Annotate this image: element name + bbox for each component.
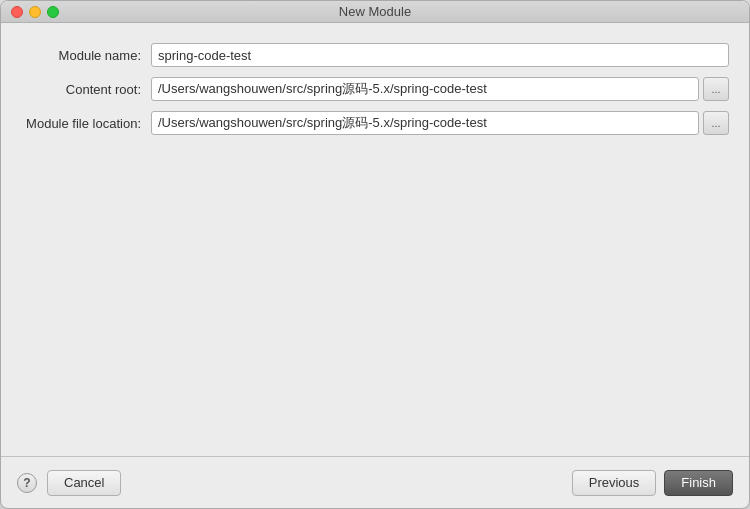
content-root-label: Content root:: [21, 82, 151, 97]
previous-button[interactable]: Previous: [572, 470, 657, 496]
module-file-location-row: Module file location: ...: [21, 111, 729, 135]
content-root-row: Content root: ...: [21, 77, 729, 101]
module-file-location-label: Module file location:: [21, 116, 151, 131]
dialog-window: New Module Module name: Content root: ..…: [0, 0, 750, 509]
window-title: New Module: [339, 4, 411, 19]
module-file-location-input-wrapper: ...: [151, 111, 729, 135]
help-button[interactable]: ?: [17, 473, 37, 493]
finish-button[interactable]: Finish: [664, 470, 733, 496]
module-file-location-input[interactable]: [151, 111, 699, 135]
content-spacer: [21, 145, 729, 456]
content-root-input-wrapper: ...: [151, 77, 729, 101]
content-root-browse-button[interactable]: ...: [703, 77, 729, 101]
content-root-input[interactable]: [151, 77, 699, 101]
module-name-input-wrapper: [151, 43, 729, 67]
close-button[interactable]: [11, 6, 23, 18]
dialog-footer: ? Cancel Previous Finish: [1, 456, 749, 508]
footer-right: Previous Finish: [572, 470, 733, 496]
titlebar: New Module: [1, 1, 749, 23]
module-file-location-browse-button[interactable]: ...: [703, 111, 729, 135]
minimize-button[interactable]: [29, 6, 41, 18]
module-name-label: Module name:: [21, 48, 151, 63]
module-name-input[interactable]: [151, 43, 729, 67]
cancel-button[interactable]: Cancel: [47, 470, 121, 496]
dialog-content: Module name: Content root: ... Module fi…: [1, 23, 749, 456]
module-name-row: Module name:: [21, 43, 729, 67]
maximize-button[interactable]: [47, 6, 59, 18]
footer-left: ? Cancel: [17, 470, 121, 496]
traffic-lights: [11, 6, 59, 18]
